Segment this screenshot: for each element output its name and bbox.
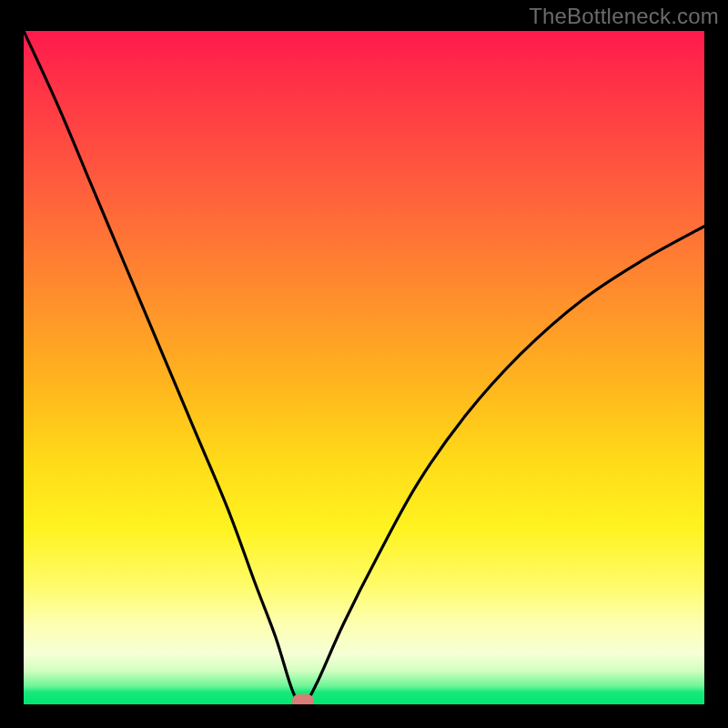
bottleneck-curve: [24, 31, 704, 704]
watermark-text: TheBottleneck.com: [529, 4, 719, 29]
plot-area: [24, 31, 704, 704]
optimum-marker: [292, 694, 314, 704]
chart-frame: TheBottleneck.com: [0, 0, 728, 728]
curve-path: [24, 31, 704, 704]
